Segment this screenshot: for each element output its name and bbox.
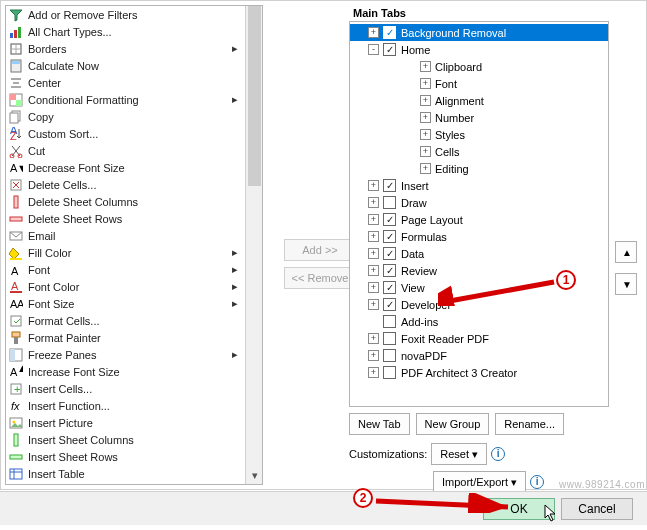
expand-icon[interactable]: +: [368, 248, 379, 259]
command-filter[interactable]: Add or Remove Filters: [6, 6, 262, 23]
command-fontsize[interactable]: AAFont Size▸: [6, 295, 262, 312]
tree-node-cells[interactable]: +Cells: [350, 143, 608, 160]
expand-icon[interactable]: +: [420, 129, 431, 140]
command-fontdown[interactable]: A▼Decrease Font Size: [6, 159, 262, 176]
command-delrows[interactable]: Delete Sheet Rows: [6, 210, 262, 227]
tree-node-home[interactable]: -Home: [350, 41, 608, 58]
move-up-button[interactable]: ▲: [615, 241, 637, 263]
info-icon[interactable]: i: [530, 475, 544, 489]
tree-node-insert[interactable]: +Insert: [350, 177, 608, 194]
expand-icon[interactable]: +: [420, 78, 431, 89]
command-fill[interactable]: Fill Color▸: [6, 244, 262, 261]
remove-button[interactable]: << Remove: [284, 267, 356, 289]
expand-icon[interactable]: +: [368, 282, 379, 293]
import-export-dropdown[interactable]: Import/Export ▾: [433, 471, 526, 493]
command-insfunc[interactable]: fxInsert Function...: [6, 397, 262, 414]
tree-node-background-removal[interactable]: +Background Removal: [350, 24, 608, 41]
tree-node-developer[interactable]: +Developer: [350, 296, 608, 313]
command-font[interactable]: AFont▸: [6, 261, 262, 278]
command-copy[interactable]: Copy: [6, 108, 262, 125]
checkbox[interactable]: [383, 298, 396, 311]
command-freeze[interactable]: Freeze Panes▸: [6, 346, 262, 363]
command-inscells[interactable]: +Insert Cells...: [6, 380, 262, 397]
command-center[interactable]: Center: [6, 74, 262, 91]
expand-icon[interactable]: +: [368, 299, 379, 310]
rename-button[interactable]: Rename...: [495, 413, 564, 435]
command-cut[interactable]: Cut: [6, 142, 262, 159]
checkbox[interactable]: [383, 315, 396, 328]
checkbox[interactable]: [383, 26, 396, 39]
command-delcells[interactable]: Delete Cells...: [6, 176, 262, 193]
tree-node-font[interactable]: +Font: [350, 75, 608, 92]
command-instable[interactable]: Insert Table: [6, 465, 262, 482]
command-fmtpaint[interactable]: Format Painter: [6, 329, 262, 346]
checkbox[interactable]: [383, 179, 396, 192]
command-email[interactable]: Email: [6, 227, 262, 244]
tree-node-foxit-reader-pdf[interactable]: +Foxit Reader PDF: [350, 330, 608, 347]
expand-icon[interactable]: +: [420, 146, 431, 157]
tree-node-novapdf[interactable]: +novaPDF: [350, 347, 608, 364]
commands-listbox[interactable]: Add or Remove FiltersAll Chart Types...B…: [5, 5, 263, 485]
expand-icon[interactable]: +: [368, 350, 379, 361]
expand-icon[interactable]: +: [368, 214, 379, 225]
move-down-button[interactable]: ▼: [615, 273, 637, 295]
checkbox[interactable]: [383, 213, 396, 226]
tree-node-styles[interactable]: +Styles: [350, 126, 608, 143]
expand-icon[interactable]: +: [420, 95, 431, 106]
tree-node-draw[interactable]: +Draw: [350, 194, 608, 211]
tree-node-editing[interactable]: +Editing: [350, 160, 608, 177]
scroll-down-icon[interactable]: ▾: [248, 467, 261, 484]
cancel-button[interactable]: Cancel: [561, 498, 633, 520]
checkbox[interactable]: [383, 332, 396, 345]
tree-node-page-layout[interactable]: +Page Layout: [350, 211, 608, 228]
main-tabs-tree[interactable]: +Background Removal-Home+Clipboard+Font+…: [349, 21, 609, 407]
checkbox[interactable]: [383, 349, 396, 362]
command-borders[interactable]: Borders▸: [6, 40, 262, 57]
checkbox[interactable]: [383, 281, 396, 294]
expand-icon[interactable]: +: [368, 333, 379, 344]
command-delcols[interactable]: Delete Sheet Columns: [6, 193, 262, 210]
command-chart[interactable]: All Chart Types...: [6, 23, 262, 40]
expand-icon[interactable]: +: [420, 112, 431, 123]
command-fontup[interactable]: A▲Increase Font Size: [6, 363, 262, 380]
command-condfmt[interactable]: Conditional Formatting▸: [6, 91, 262, 108]
command-sort[interactable]: AZCustom Sort...: [6, 125, 262, 142]
new-tab-button[interactable]: New Tab: [349, 413, 410, 435]
expand-icon[interactable]: +: [368, 180, 379, 191]
checkbox[interactable]: [383, 247, 396, 260]
expand-icon[interactable]: -: [368, 44, 379, 55]
expand-icon[interactable]: +: [368, 27, 379, 38]
checkbox[interactable]: [383, 366, 396, 379]
scrollbar[interactable]: ▴ ▾: [245, 6, 262, 484]
expand-icon[interactable]: +: [420, 61, 431, 72]
scroll-thumb[interactable]: [248, 6, 261, 186]
expand-icon[interactable]: +: [420, 163, 431, 174]
tree-node-alignment[interactable]: +Alignment: [350, 92, 608, 109]
command-fmtcells[interactable]: Format Cells...: [6, 312, 262, 329]
tree-node-number[interactable]: +Number: [350, 109, 608, 126]
reset-dropdown[interactable]: Reset ▾: [431, 443, 487, 465]
checkbox[interactable]: [383, 230, 396, 243]
command-inspic[interactable]: Insert Picture: [6, 414, 262, 431]
condfmt-icon: [8, 92, 24, 108]
tree-node-add-ins[interactable]: Add-ins: [350, 313, 608, 330]
new-group-button[interactable]: New Group: [416, 413, 490, 435]
tree-node-pdf-architect-3-creator[interactable]: +PDF Architect 3 Creator: [350, 364, 608, 381]
expand-icon[interactable]: +: [368, 197, 379, 208]
checkbox[interactable]: [383, 196, 396, 209]
info-icon[interactable]: i: [491, 447, 505, 461]
expand-icon[interactable]: +: [368, 265, 379, 276]
add-button[interactable]: Add >>: [284, 239, 356, 261]
checkbox[interactable]: [383, 43, 396, 56]
command-fontcolor[interactable]: AFont Color▸: [6, 278, 262, 295]
checkbox[interactable]: [383, 264, 396, 277]
tree-node-data[interactable]: +Data: [350, 245, 608, 262]
expand-icon[interactable]: +: [368, 231, 379, 242]
command-macros[interactable]: Macros▸: [6, 482, 262, 485]
command-insrows[interactable]: Insert Sheet Rows: [6, 448, 262, 465]
tree-node-formulas[interactable]: +Formulas: [350, 228, 608, 245]
tree-node-clipboard[interactable]: +Clipboard: [350, 58, 608, 75]
command-calc[interactable]: Calculate Now: [6, 57, 262, 74]
expand-icon[interactable]: +: [368, 367, 379, 378]
command-inscols[interactable]: Insert Sheet Columns: [6, 431, 262, 448]
